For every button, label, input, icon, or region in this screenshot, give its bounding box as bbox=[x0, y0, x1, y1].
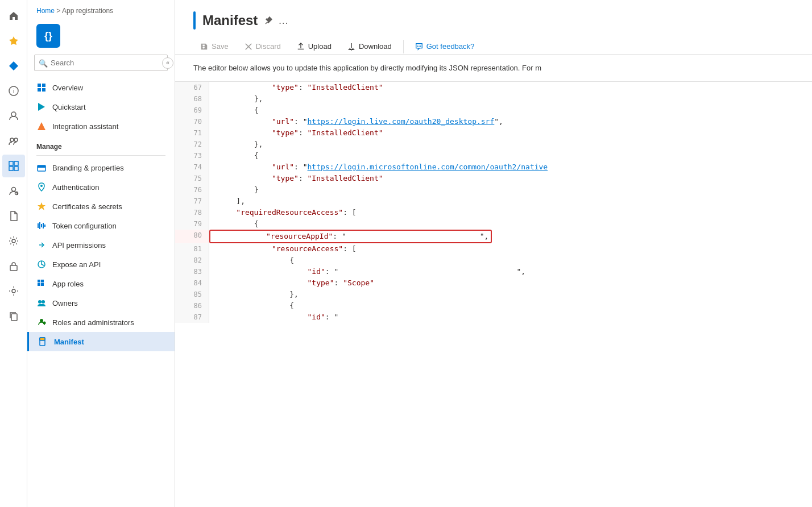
code-line-67: 67 "type": "InstalledClient" bbox=[175, 82, 812, 93]
group-nav-icon[interactable] bbox=[2, 130, 25, 152]
sidebar-label-authentication: Authentication bbox=[52, 183, 99, 192]
code-line-82: 82 { bbox=[175, 255, 812, 266]
code-line-77: 77 ], bbox=[175, 196, 812, 207]
sidebar-item-authentication[interactable]: Authentication bbox=[27, 177, 175, 197]
sidebar-label-token: Token configuration bbox=[52, 222, 117, 230]
svg-rect-29 bbox=[43, 223, 44, 228]
code-line-68: 68 }, bbox=[175, 93, 812, 105]
sidebar-label-branding: Branding & properties bbox=[52, 164, 124, 172]
svg-point-39 bbox=[43, 322, 46, 325]
code-line-83: 83 "id": " ", bbox=[175, 266, 812, 277]
svg-point-43 bbox=[417, 45, 418, 47]
breadcrumb-current: App registrations bbox=[62, 7, 113, 15]
diamond-nav-icon[interactable] bbox=[2, 55, 25, 77]
sidebar-label-app-roles: App roles bbox=[52, 280, 84, 288]
svg-point-11 bbox=[15, 192, 18, 195]
svg-rect-8 bbox=[9, 167, 13, 171]
page-title: Manifest bbox=[202, 13, 258, 28]
manage-section-label: Manage bbox=[27, 136, 175, 153]
overview-icon bbox=[36, 82, 47, 93]
code-line-81: 81 "resourceAccess": [ bbox=[175, 243, 812, 255]
copy-nav-icon[interactable] bbox=[2, 305, 25, 327]
sidebar-item-manifest[interactable]: Manifest bbox=[27, 332, 175, 351]
svg-marker-25 bbox=[38, 202, 45, 210]
sidebar: Home > App registrations {} 🔍 « Overview… bbox=[27, 0, 175, 507]
svg-rect-18 bbox=[38, 88, 41, 92]
gear-nav-icon[interactable] bbox=[2, 230, 25, 252]
discard-button[interactable]: Discard bbox=[238, 39, 288, 54]
title-actions: … bbox=[264, 15, 288, 27]
toolbar: Save Discard Upload Download Got feedbac… bbox=[193, 39, 794, 54]
grid-nav-icon[interactable] bbox=[2, 155, 25, 177]
svg-point-45 bbox=[420, 45, 421, 47]
document-nav-icon[interactable] bbox=[2, 205, 25, 227]
svg-rect-33 bbox=[41, 280, 44, 282]
download-button[interactable]: Download bbox=[341, 39, 399, 54]
code-line-79: 79 { bbox=[175, 218, 812, 230]
breadcrumb-home[interactable]: Home bbox=[36, 7, 55, 15]
code-line-78: 78 "requiredResourceAccess": [ bbox=[175, 207, 812, 218]
info-nav-icon[interactable]: i bbox=[2, 80, 25, 102]
branding-icon bbox=[36, 163, 47, 173]
settings2-nav-icon[interactable] bbox=[2, 280, 25, 302]
main-header: Manifest … Save Discard Upload Download bbox=[175, 0, 812, 55]
svg-point-24 bbox=[40, 185, 43, 187]
upload-button[interactable]: Upload bbox=[290, 39, 338, 54]
sidebar-label-owners: Owners bbox=[52, 299, 78, 307]
integration-icon bbox=[36, 121, 47, 131]
svg-point-44 bbox=[419, 45, 420, 47]
svg-rect-6 bbox=[9, 161, 13, 165]
sidebar-item-integration[interactable]: Integration assistant bbox=[27, 117, 175, 136]
code-line-69: 69 { bbox=[175, 105, 812, 116]
code-line-87: 87 "id": " bbox=[175, 311, 812, 323]
settings-person-nav-icon[interactable] bbox=[2, 180, 25, 202]
feedback-button[interactable]: Got feedback? bbox=[408, 39, 482, 54]
more-options-button[interactable]: … bbox=[278, 15, 288, 27]
sidebar-item-api-permissions[interactable]: API permissions bbox=[27, 235, 175, 255]
svg-rect-26 bbox=[38, 223, 39, 228]
svg-rect-23 bbox=[38, 165, 45, 168]
sidebar-item-token[interactable]: Token configuration bbox=[27, 216, 175, 235]
manifest-icon bbox=[38, 336, 48, 347]
home-nav-icon[interactable] bbox=[2, 5, 25, 27]
svg-point-3 bbox=[11, 112, 16, 117]
code-line-74: 74 "url": "https://login.microsoftonline… bbox=[175, 161, 812, 173]
favorites-nav-icon[interactable] bbox=[2, 30, 25, 52]
sidebar-item-owners[interactable]: Owners bbox=[27, 293, 175, 313]
collapse-sidebar-button[interactable]: « bbox=[162, 57, 173, 69]
quickstart-icon bbox=[36, 102, 47, 112]
sidebar-item-certificates[interactable]: Certificates & secrets bbox=[27, 197, 175, 216]
sidebar-item-quickstart[interactable]: Quickstart bbox=[27, 97, 175, 117]
breadcrumb: Home > App registrations bbox=[27, 0, 175, 19]
save-icon bbox=[200, 43, 208, 51]
svg-rect-7 bbox=[14, 161, 18, 165]
editor-container: 67 "type": "InstalledClient" 68 }, 69 { … bbox=[175, 82, 812, 507]
code-editor[interactable]: 67 "type": "InstalledClient" 68 }, 69 { … bbox=[175, 82, 812, 507]
pin-icon[interactable] bbox=[264, 16, 274, 25]
save-button[interactable]: Save bbox=[193, 39, 235, 54]
person-nav-icon[interactable] bbox=[2, 105, 25, 127]
app-roles-icon bbox=[36, 279, 47, 289]
code-line-86: 86 { bbox=[175, 300, 812, 311]
owners-icon bbox=[36, 298, 47, 308]
upload-icon bbox=[297, 43, 305, 51]
manage-divider bbox=[36, 155, 165, 156]
sidebar-label-api-permissions: API permissions bbox=[52, 241, 106, 250]
svg-marker-21 bbox=[38, 122, 45, 130]
svg-rect-13 bbox=[10, 265, 17, 271]
svg-point-4 bbox=[10, 138, 14, 142]
svg-rect-19 bbox=[42, 88, 45, 92]
sidebar-item-overview[interactable]: Overview bbox=[27, 78, 175, 97]
sidebar-item-roles[interactable]: Roles and administrators bbox=[27, 313, 175, 332]
sidebar-item-app-roles[interactable]: App roles bbox=[27, 274, 175, 293]
roles-icon bbox=[36, 317, 47, 327]
search-input[interactable] bbox=[34, 55, 168, 71]
sidebar-item-expose-api[interactable]: Expose an API bbox=[27, 255, 175, 274]
sidebar-item-branding[interactable]: Branding & properties bbox=[27, 158, 175, 177]
code-line-80: 80 "resourceAppId": " ", bbox=[175, 230, 812, 243]
description-text: The editor below allows you to update th… bbox=[175, 55, 812, 82]
toolbar-separator bbox=[403, 40, 404, 53]
feedback-icon bbox=[415, 43, 423, 51]
code-line-70: 70 "url": "https://login.live.com/oauth2… bbox=[175, 116, 812, 127]
lock-nav-icon[interactable] bbox=[2, 255, 25, 277]
